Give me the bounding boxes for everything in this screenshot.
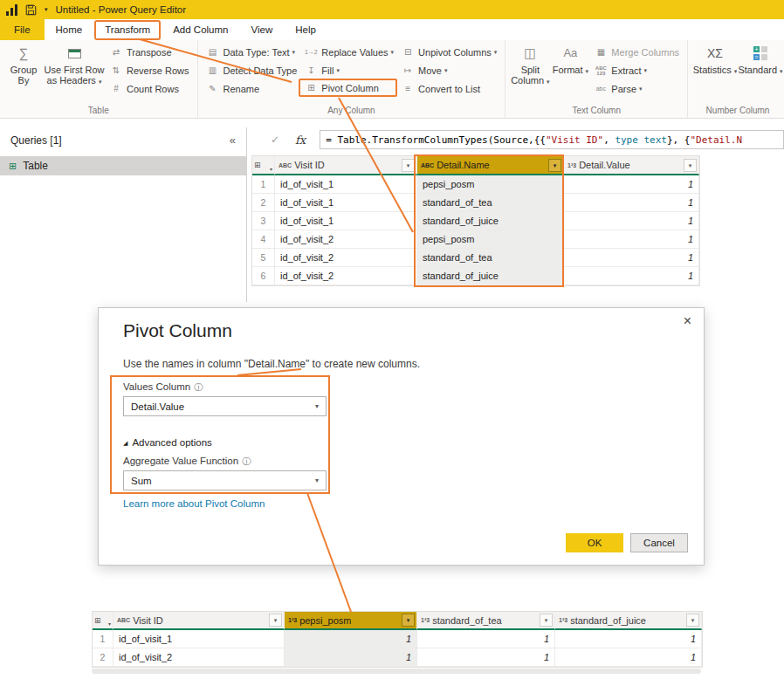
table-cell[interactable]: 1 <box>564 249 699 267</box>
table-cell[interactable]: id_of_visit_1 <box>275 212 417 230</box>
format-button[interactable]: Aa Format▾ <box>550 42 590 77</box>
table-cell[interactable]: pepsi_posm <box>417 230 564 249</box>
table-cell[interactable]: 1 <box>555 648 702 667</box>
close-icon[interactable]: × <box>684 313 691 329</box>
query-item-table[interactable]: ⊞ Table <box>0 156 246 175</box>
ribbon-group-label: Number Column <box>692 104 783 118</box>
count-rows-button[interactable]: #Count Rows <box>106 80 193 97</box>
row-number[interactable]: 1 <box>93 630 113 648</box>
filter-dropdown-icon[interactable]: ▾ <box>548 159 561 172</box>
table-cell[interactable]: id_of_visit_2 <box>275 230 417 249</box>
filter-dropdown-icon[interactable]: ▾ <box>402 159 415 172</box>
tab-add-column[interactable]: Add Column <box>162 19 239 40</box>
queries-pane: Queries [1] « ⊞ Table <box>0 127 247 302</box>
column-header-pepsi_posm[interactable]: 1²3pepsi_posm▾ <box>285 612 417 630</box>
reverse-rows-button[interactable]: ⇅Reverse Rows <box>106 62 193 79</box>
info-icon[interactable]: ⓘ <box>194 382 203 392</box>
table-cell[interactable]: 1 <box>564 267 699 285</box>
table-cell[interactable]: standard_of_juice <box>417 212 564 230</box>
quick-access-caret-icon[interactable]: ▾ <box>45 6 48 13</box>
values-column-select[interactable]: Detail.Value ▾ <box>123 396 327 416</box>
column-header-standard_of_tea[interactable]: 1²3standard_of_tea▾ <box>417 612 555 630</box>
replace-values-button[interactable]: 1→2Replace Values▾ <box>300 44 397 60</box>
tab-transform[interactable]: Transform <box>94 20 161 40</box>
expand-triangle-icon: ◢ <box>123 440 127 446</box>
table-cell[interactable]: id_of_visit_1 <box>113 630 285 648</box>
column-header-Visit ID[interactable]: ABCVisit ID▾ <box>275 156 417 175</box>
data-type-button[interactable]: ▤Data Type: Text▾ <box>203 44 301 60</box>
table-cell[interactable]: standard_of_tea <box>417 249 564 267</box>
table-corner-button[interactable]: ⊞▾ <box>93 612 113 630</box>
rename-button[interactable]: ✎Rename <box>203 80 301 97</box>
table-cell[interactable]: 1 <box>564 194 699 212</box>
column-header-Detail.Name[interactable]: ABCDetail.Name▾ <box>417 156 564 175</box>
parse-button[interactable]: abcParse▾ <box>590 80 683 97</box>
table-corner-button[interactable]: ⊞▾ <box>252 156 275 175</box>
row-number[interactable]: 5 <box>252 249 275 267</box>
standard-button[interactable]: += Standard▾ <box>738 42 783 77</box>
split-column-button[interactable]: ◫ Split Column▾ <box>510 42 550 87</box>
row-number[interactable]: 1 <box>252 175 275 194</box>
table-cell[interactable]: pepsi_posm <box>417 175 564 194</box>
use-first-row-button[interactable]: Use First Row as Headers▾ <box>43 42 106 87</box>
table-cell[interactable]: 1 <box>285 630 417 648</box>
pivot-column-button[interactable]: ⊞Pivot Column <box>299 79 397 97</box>
table-cell[interactable]: 1 <box>555 630 702 648</box>
ok-button[interactable]: OK <box>566 533 623 552</box>
column-header-Detail.Value[interactable]: 1²3Detail.Value▾ <box>564 156 699 175</box>
table-cell[interactable]: 1 <box>417 648 555 667</box>
table-cell[interactable]: 1 <box>285 648 417 667</box>
info-icon[interactable]: ⓘ <box>242 456 251 466</box>
table-cell[interactable]: id_of_visit_2 <box>275 267 417 285</box>
row-number[interactable]: 6 <box>252 267 275 285</box>
filter-dropdown-icon[interactable]: ▾ <box>402 614 415 627</box>
table-cell[interactable]: id_of_visit_2 <box>275 249 417 267</box>
group-by-button[interactable]: ∑ Group By <box>4 42 43 86</box>
tab-help[interactable]: Help <box>284 19 327 40</box>
move-button[interactable]: ↦Move▾ <box>397 62 500 79</box>
extract-button[interactable]: ABC123Extract▾ <box>590 62 683 79</box>
table-cell[interactable]: 1 <box>417 630 555 648</box>
fill-button[interactable]: ↧Fill▾ <box>300 62 397 79</box>
column-header-standard_of_juice[interactable]: 1²3standard_of_juice▾ <box>555 612 702 630</box>
row-number[interactable]: 2 <box>93 648 113 667</box>
detect-data-type-button[interactable]: ▥Detect Data Type <box>203 62 301 79</box>
table-cell[interactable]: id_of_visit_2 <box>113 648 285 667</box>
cancel-button[interactable]: Cancel <box>630 533 688 552</box>
table-cell[interactable]: id_of_visit_1 <box>275 194 417 212</box>
unpivot-columns-button[interactable]: ⊟Unpivot Columns▾ <box>397 44 500 60</box>
button-label: Use First Row as Headers▾ <box>44 65 105 87</box>
row-number[interactable]: 2 <box>252 194 275 212</box>
tab-view[interactable]: View <box>240 19 285 40</box>
convert-to-list-button[interactable]: ≡Convert to List <box>397 80 500 97</box>
formula-input[interactable]: = Table.TransformColumnTypes(Source,{{"V… <box>320 130 784 149</box>
table-cell[interactable]: standard_of_juice <box>417 267 564 285</box>
dialog-description: Use the names in column "Detail.Name" to… <box>123 358 420 370</box>
commit-check-icon[interactable]: ✓ <box>271 134 279 146</box>
advanced-options-toggle[interactable]: ◢Advanced options <box>123 437 212 448</box>
row-number[interactable]: 4 <box>252 230 275 249</box>
transpose-button[interactable]: ⇄Transpose <box>106 44 193 60</box>
horizontal-scrollbar[interactable] <box>92 669 701 674</box>
tab-file[interactable]: File <box>0 19 45 40</box>
fx-icon[interactable]: fx <box>295 134 306 147</box>
tab-home[interactable]: Home <box>45 19 94 40</box>
collapse-pane-icon[interactable]: « <box>230 134 236 147</box>
table-cell[interactable]: id_of_visit_1 <box>275 175 417 194</box>
filter-dropdown-icon[interactable]: ▾ <box>540 614 553 627</box>
row-number[interactable]: 3 <box>252 212 275 230</box>
merge-columns-button[interactable]: ▦Merge Columns <box>590 44 683 60</box>
filter-dropdown-icon[interactable]: ▾ <box>684 159 697 172</box>
save-icon[interactable] <box>25 4 37 16</box>
learn-more-link[interactable]: Learn more about Pivot Column <box>123 498 265 509</box>
table-cell[interactable]: standard_of_tea <box>417 194 564 212</box>
filter-dropdown-icon[interactable]: ▾ <box>269 614 282 627</box>
table-cell[interactable]: 1 <box>564 175 699 194</box>
table-cell[interactable]: 1 <box>564 230 699 249</box>
aggregate-function-select[interactable]: Sum ▾ <box>123 470 327 490</box>
chevron-down-icon: ▾ <box>270 166 272 172</box>
table-cell[interactable]: 1 <box>564 212 699 230</box>
column-header-Visit ID[interactable]: ABCVisit ID▾ <box>113 612 285 630</box>
statistics-button[interactable]: ΧΣ Statistics▾ <box>692 42 738 77</box>
filter-dropdown-icon[interactable]: ▾ <box>686 614 699 627</box>
